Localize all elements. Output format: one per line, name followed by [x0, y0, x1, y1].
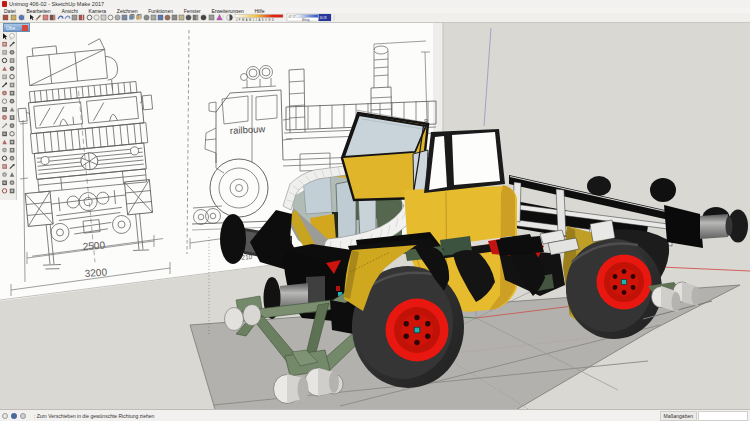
svg-text:JFMAMJJASOND: JFMAMJJASOND: [236, 18, 275, 22]
svg-text:2500: 2500: [82, 239, 105, 252]
svg-text:railbouw: railbouw: [230, 123, 266, 136]
svg-text:3200: 3200: [84, 266, 107, 279]
svg-text:16:28: 16:28: [320, 16, 327, 20]
svg-text:Mittag: Mittag: [302, 18, 310, 22]
svg-text:07:17: 07:17: [289, 15, 296, 19]
